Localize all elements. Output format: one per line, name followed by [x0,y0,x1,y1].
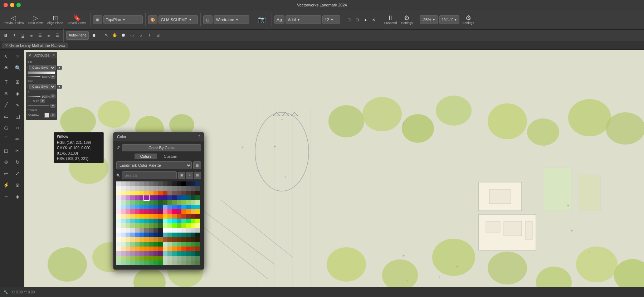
color-swatch-cell[interactable] [116,214,121,219]
color-swatch-cell[interactable] [172,209,177,214]
snap-btn4[interactable]: ✕ [370,16,377,23]
color-swatch-cell[interactable] [135,209,140,214]
color-swatch-cell[interactable] [186,205,191,209]
color-swatch-cell[interactable] [126,223,130,228]
color-swatch-cell[interactable] [195,209,200,214]
color-swatch-cell[interactable] [149,200,153,205]
color-swatch-cell[interactable] [167,233,172,237]
color-swatch-cell[interactable] [195,251,200,256]
color-swatch-cell[interactable] [144,205,149,209]
color-swatch-cell[interactable] [177,228,181,233]
color-swatch-cell[interactable] [135,200,140,205]
color-swatch-cell[interactable] [181,219,186,223]
rect-tool[interactable]: ▭ [1,111,11,122]
color-swatch-cell[interactable] [172,200,177,205]
color-swatch-cell[interactable] [153,233,158,237]
color-swatch-cell[interactable] [140,219,144,223]
color-swatch-cell[interactable] [130,209,135,214]
color-swatch-cell[interactable] [126,219,130,223]
color-swatch-cell[interactable] [163,195,167,200]
list-view-btn[interactable]: ≡ [186,172,193,179]
color-swatch-cell[interactable] [167,181,172,186]
color-swatch-cell[interactable] [163,181,167,186]
color-swatch-cell[interactable] [177,181,181,186]
color-swatch-cell[interactable] [181,223,186,228]
pen-style-dropdown[interactable]: Class Style [29,84,56,89]
color-swatch-cell[interactable] [191,228,195,233]
color-swatch-cell[interactable] [116,242,121,247]
color-swatch-cell[interactable] [172,205,177,209]
color-swatch-cell[interactable] [153,242,158,247]
color-swatch-cell[interactable] [191,237,195,242]
color-swatch-cell[interactable] [177,205,181,209]
color-swatch-cell[interactable] [172,186,177,191]
color-swatch-cell[interactable] [158,237,163,242]
color-swatch-cell[interactable] [177,261,181,265]
color-swatch-cell[interactable] [140,214,144,219]
pan-tool[interactable]: ☞ [12,51,23,62]
color-swatch-cell[interactable] [126,195,130,200]
color-swatch-cell[interactable] [153,261,158,265]
maximize-button[interactable] [16,3,21,7]
swatch-options-btn[interactable]: ⊟ [194,172,201,179]
color-swatch-cell[interactable] [135,247,140,251]
document-tab[interactable]: ✕ Gene Leahy Mall at the R....vwx [2,43,68,48]
color-swatch-cell[interactable] [195,233,200,237]
color-swatch-cell[interactable] [116,191,121,195]
color-swatch-cell[interactable] [153,186,158,191]
color-swatch-cell[interactable] [135,191,140,195]
color-swatch-cell[interactable] [126,191,130,195]
line-tool2[interactable]: ╱ [1,99,11,110]
color-swatch-cell[interactable] [158,228,163,233]
color-swatch-cell[interactable] [149,247,153,251]
color-swatch-cell[interactable] [191,256,195,261]
color-swatch-cell[interactable] [149,195,153,200]
circle-tool2[interactable]: ○ [12,122,23,133]
color-swatch-cell[interactable] [186,247,191,251]
color-swatch-cell[interactable] [121,261,126,265]
color-swatch-cell[interactable] [158,191,163,195]
color-swatch-cell[interactable] [177,223,181,228]
color-swatch-cell[interactable] [186,200,191,205]
selection-tool[interactable]: ↖ [103,32,110,39]
color-swatch-cell[interactable] [172,195,177,200]
color-swatch-cell[interactable] [158,195,163,200]
view-type-dropdown[interactable]: ⊞ [93,15,102,24]
color-swatch-cell[interactable] [140,242,144,247]
color-swatch-cell[interactable] [130,228,135,233]
color-swatch-cell[interactable] [126,233,130,237]
font-family-dropdown[interactable]: Arial ▼ [286,15,321,24]
color-swatch-cell[interactable] [135,195,140,200]
color-swatch-cell[interactable] [177,195,181,200]
fill-options-btn[interactable]: ▼ [57,66,62,70]
color-swatch-cell[interactable] [135,219,140,223]
color-swatch-cell[interactable] [130,219,135,223]
color-swatch-cell[interactable] [116,256,121,261]
color-swatch-cell[interactable] [167,251,172,256]
color-swatch-cell[interactable] [135,214,140,219]
color-swatch-cell[interactable] [177,256,181,261]
color-swatch-cell[interactable] [121,195,126,200]
color-swatch-cell[interactable] [121,251,126,256]
color-swatch-cell[interactable] [186,195,191,200]
color-swatch-cell[interactable] [195,186,200,191]
color-swatch-cell[interactable] [116,186,121,191]
italic-btn[interactable]: I [11,32,18,39]
color-swatch-cell[interactable] [167,214,172,219]
color-swatch-cell[interactable] [116,228,121,233]
color-swatch-cell[interactable] [116,237,121,242]
color-swatch-cell[interactable] [116,233,121,237]
color-swatch-cell[interactable] [135,186,140,191]
color-swatch-cell[interactable] [163,186,167,191]
color-swatch-cell[interactable] [140,237,144,242]
color-swatch-cell[interactable] [144,247,149,251]
rotate-tool[interactable]: ↻ [12,157,23,167]
color-swatch-cell[interactable] [126,237,130,242]
pen-options-btn[interactable]: ▼ [57,85,62,89]
color-swatch-cell[interactable] [144,223,149,228]
color-swatch-cell[interactable] [191,205,195,209]
color-swatch-cell[interactable] [172,237,177,242]
color-swatch-cell[interactable] [130,242,135,247]
color-swatch-cell[interactable] [195,228,200,233]
color-swatch-cell[interactable] [121,219,126,223]
